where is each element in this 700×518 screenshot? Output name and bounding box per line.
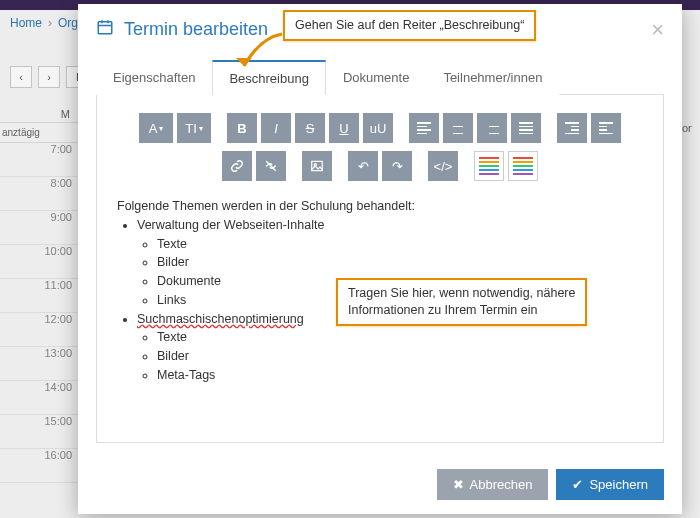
align-center-button[interactable] [443,113,473,143]
align-justify-button[interactable] [511,113,541,143]
tab-description[interactable]: Beschreibung [212,60,326,95]
list-item: Texte [157,235,643,254]
align-right-button[interactable] [477,113,507,143]
calendar-icon [96,18,114,41]
tab-bar: Eigenschaften Beschreibung Dokumente Tei… [96,59,664,95]
save-button[interactable]: ✔ Speichern [556,469,664,500]
redo-button[interactable]: ↷ [382,151,412,181]
align-left-button[interactable] [409,113,439,143]
modal-footer: ✖ Abbrechen ✔ Speichern [78,459,682,514]
font-family-button[interactable]: A▾ [139,113,173,143]
svg-rect-0 [98,22,112,34]
tab-participants[interactable]: Teilnehmer/innen [426,60,559,95]
check-icon: ✔ [572,477,583,492]
edit-appointment-modal: Termin bearbeiten × Eigenschaften Beschr… [78,4,682,514]
clearformat-button[interactable]: uU [363,113,393,143]
link-button[interactable] [222,151,252,181]
italic-button[interactable]: I [261,113,291,143]
unlink-button[interactable] [256,151,286,181]
list-item: Meta-Tags [157,366,643,385]
tab-documents[interactable]: Dokumente [326,60,426,95]
text-color-button[interactable] [474,151,504,181]
editor-toolbar: A▾ TI▾ B I S U uU [115,113,645,181]
headings-button[interactable]: TI▾ [177,113,211,143]
indent-button[interactable] [591,113,621,143]
modal-title: Termin bearbeiten [124,19,268,40]
bold-button[interactable]: B [227,113,257,143]
image-button[interactable] [302,151,332,181]
editor-line: Folgende Themen werden in der Schulung b… [117,197,643,216]
source-button[interactable]: </> [428,151,458,181]
callout-top: Gehen Sie auf den Reiter „Beschreibung“ [283,10,536,41]
description-panel: A▾ TI▾ B I S U uU [96,95,664,443]
close-button[interactable]: × [651,19,664,41]
cancel-button[interactable]: ✖ Abbrechen [437,469,549,500]
list-item: Verwaltung der Webseiten-Inhalte [137,216,643,235]
list-item: Bilder [157,347,643,366]
bg-color-button[interactable] [508,151,538,181]
callout-mid: Tragen Sie hier, wenn notwendig, nähere … [336,278,587,326]
outdent-button[interactable] [557,113,587,143]
list-item: Texte [157,328,643,347]
undo-button[interactable]: ↶ [348,151,378,181]
close-icon: ✖ [453,477,464,492]
modal-body: Eigenschaften Beschreibung Dokumente Tei… [78,51,682,459]
tab-properties[interactable]: Eigenschaften [96,60,212,95]
svg-rect-5 [312,161,323,170]
strike-button[interactable]: S [295,113,325,143]
underline-button[interactable]: U [329,113,359,143]
list-item: Bilder [157,253,643,272]
